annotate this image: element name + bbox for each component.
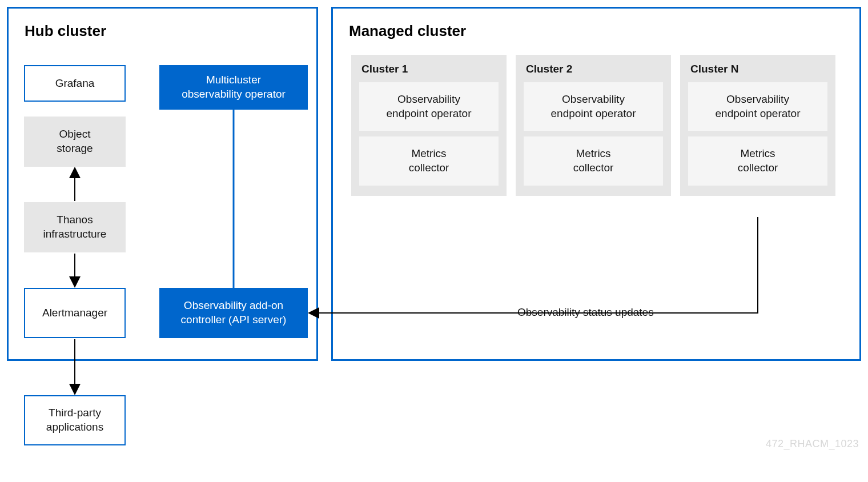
cluster-2-collector: Metrics collector — [524, 136, 663, 185]
thanos-node: Thanos infrastructure — [24, 202, 126, 252]
thanos-label: Thanos infrastructure — [43, 213, 107, 241]
cluster-n-collector: Metrics collector — [688, 136, 827, 185]
cluster-2-endpoint: Observability endpoint operator — [524, 82, 663, 131]
cluster-n-title: Cluster N — [690, 63, 827, 75]
cluster-n-box: Cluster N Observability endpoint operato… — [680, 55, 835, 196]
third-party-label: Third-party applications — [46, 406, 103, 434]
addon-controller-label: Observability add-on controller (API ser… — [181, 299, 287, 327]
hub-cluster-title: Hub cluster — [25, 22, 316, 40]
cluster-n-endpoint: Observability endpoint operator — [688, 82, 827, 131]
cluster-1-collector: Metrics collector — [359, 136, 499, 185]
cluster-2-title: Cluster 2 — [526, 63, 663, 75]
multicluster-operator-node: Multicluster observability operator — [159, 65, 308, 110]
diagram-container: Hub cluster Managed cluster Grafana Obje… — [0, 0, 868, 482]
footer-watermark: 472_RHACM_1023 — [766, 438, 859, 450]
object-storage-node: Object storage — [24, 117, 126, 167]
object-storage-label: Object storage — [57, 127, 93, 155]
status-updates-label: Observability status updates — [514, 306, 657, 319]
alertmanager-label: Alertmanager — [42, 306, 107, 320]
cluster-1-endpoint: Observability endpoint operator — [359, 82, 499, 131]
cluster-1-title: Cluster 1 — [361, 63, 499, 75]
grafana-label: Grafana — [55, 77, 95, 91]
cluster-1-box: Cluster 1 Observability endpoint operato… — [351, 55, 507, 196]
multicluster-operator-label: Multicluster observability operator — [182, 73, 286, 101]
grafana-node: Grafana — [24, 65, 126, 102]
managed-cluster-title: Managed cluster — [349, 22, 859, 40]
cluster-2-box: Cluster 2 Observability endpoint operato… — [516, 55, 671, 196]
third-party-node: Third-party applications — [24, 395, 126, 445]
addon-controller-node: Observability add-on controller (API ser… — [159, 288, 308, 338]
alertmanager-node: Alertmanager — [24, 288, 126, 338]
